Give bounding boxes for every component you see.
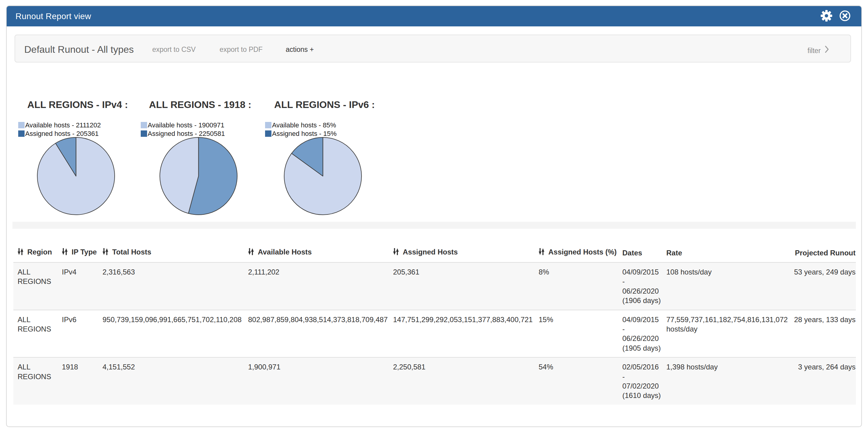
cell-rate: 1,398 hosts/day xyxy=(662,357,789,405)
cell-assigned-pct: 54% xyxy=(534,357,618,405)
column-label: Projected Runout xyxy=(795,249,856,257)
pie-chart xyxy=(159,136,238,216)
column-header-region[interactable]: Region xyxy=(13,248,58,262)
cell-available-hosts: 802,987,859,804,938,514,373,818,709,487 xyxy=(244,310,389,357)
sort-icon xyxy=(539,248,545,257)
table-body: ALL REGIONSIPv42,316,5632,111,202205,361… xyxy=(13,262,856,405)
legend-item: Available hosts - 85% xyxy=(265,121,337,129)
column-header-assigned-hosts[interactable]: Assigned Hosts xyxy=(389,248,534,262)
column-label: Available Hosts xyxy=(258,248,312,256)
legend-item: Available hosts - 2111202 xyxy=(18,121,101,129)
legend-label: Available hosts - 2111202 xyxy=(25,121,101,129)
column-label: Rate xyxy=(666,249,682,257)
legend-swatch xyxy=(265,122,272,128)
column-header-rate: Rate xyxy=(662,248,789,262)
cell-region: ALL REGIONS xyxy=(13,357,58,405)
runout-report-panel: Runout Report view xyxy=(6,5,862,427)
cell-assigned-pct: 8% xyxy=(534,262,618,310)
column-label: Total Hosts xyxy=(112,248,151,256)
cell-rate: 108 hosts/day xyxy=(662,262,789,310)
sort-icon xyxy=(393,248,399,257)
cell-assigned-pct: 15% xyxy=(534,310,618,357)
cell-dates: 04/09/2015 - 06/26/2020 (1905 days) xyxy=(618,310,662,357)
pie-chart xyxy=(36,136,116,216)
runout-table: RegionIP TypeTotal HostsAvailable HostsA… xyxy=(13,248,856,405)
legend-label: Available hosts - 85% xyxy=(272,121,336,129)
cell-region: ALL REGIONS xyxy=(13,262,58,310)
cell-total-hosts: 950,739,159,096,991,665,751,702,110,208 xyxy=(98,310,244,357)
legend-label: Available hosts - 1900971 xyxy=(148,121,224,129)
legend-swatch xyxy=(18,122,25,128)
charts-section: ALL REGIONS - IPv4 :Available hosts - 21… xyxy=(0,0,868,237)
column-header-total-hosts[interactable]: Total Hosts xyxy=(98,248,244,262)
sort-icon xyxy=(62,248,68,257)
column-label: Assigned Hosts xyxy=(403,248,458,256)
legend-swatch xyxy=(265,130,272,137)
pie-chart-legend: Available hosts - 85%Assigned hosts - 15… xyxy=(265,121,337,138)
pie-chart-legend: Available hosts - 2111202Assigned hosts … xyxy=(18,121,101,138)
pie-chart xyxy=(283,136,363,216)
pie-chart-title: ALL REGIONS - IPv6 : xyxy=(249,99,400,110)
table-row-ipv6: ALL REGIONSIPv6950,739,159,096,991,665,7… xyxy=(13,310,856,357)
cell-ip-type: 1918 xyxy=(58,357,98,405)
cell-total-hosts: 4,151,552 xyxy=(98,357,244,405)
cell-projected-runout: 53 years, 249 days xyxy=(789,262,856,310)
legend-swatch xyxy=(141,130,147,137)
pie-chart-legend: Available hosts - 1900971Assigned hosts … xyxy=(141,121,225,138)
column-header-available-hosts[interactable]: Available Hosts xyxy=(244,248,389,262)
cell-assigned-hosts: 205,361 xyxy=(389,262,534,310)
sort-icon xyxy=(248,248,254,257)
table-header-row: RegionIP TypeTotal HostsAvailable HostsA… xyxy=(13,248,856,262)
cell-projected-runout: 3 years, 264 days xyxy=(789,357,856,405)
column-header-ip-type[interactable]: IP Type xyxy=(58,248,98,262)
column-label: Region xyxy=(27,248,52,256)
sort-icon xyxy=(18,248,23,257)
cell-dates: 02/05/2016 - 07/02/2020 (1610 days) xyxy=(618,357,662,405)
table-row-ipv4: ALL REGIONSIPv42,316,5632,111,202205,361… xyxy=(13,262,856,310)
cell-region: ALL REGIONS xyxy=(13,310,58,357)
legend-swatch xyxy=(141,122,147,128)
cell-dates: 04/09/2015 - 06/26/2020 (1906 days) xyxy=(618,262,662,310)
cell-ip-type: IPv6 xyxy=(58,310,98,357)
column-label: Dates xyxy=(622,249,642,257)
section-divider xyxy=(12,222,856,229)
cell-assigned-hosts: 147,751,299,292,053,151,377,883,400,721 xyxy=(389,310,534,357)
cell-ip-type: IPv4 xyxy=(58,262,98,310)
table-row-1918: ALL REGIONS19184,151,5521,900,9712,250,5… xyxy=(13,357,856,405)
column-label: Assigned Hosts (%) xyxy=(548,248,617,256)
legend-item: Available hosts - 1900971 xyxy=(141,121,225,129)
legend-swatch xyxy=(18,130,25,137)
cell-assigned-hosts: 2,250,581 xyxy=(389,357,534,405)
cell-available-hosts: 1,900,971 xyxy=(244,357,389,405)
column-header-assigned-hosts[interactable]: Assigned Hosts (%) xyxy=(534,248,618,262)
cell-projected-runout: 28 years, 133 days xyxy=(789,310,856,357)
column-header-dates: Dates xyxy=(618,248,662,262)
cell-total-hosts: 2,316,563 xyxy=(98,262,244,310)
column-label: IP Type xyxy=(71,248,97,256)
cell-available-hosts: 2,111,202 xyxy=(244,262,389,310)
sort-icon xyxy=(102,248,108,257)
column-header-projected-runout: Projected Runout xyxy=(789,248,856,262)
cell-rate: 77,559,737,161,182,754,816,131,072 hosts… xyxy=(662,310,789,357)
